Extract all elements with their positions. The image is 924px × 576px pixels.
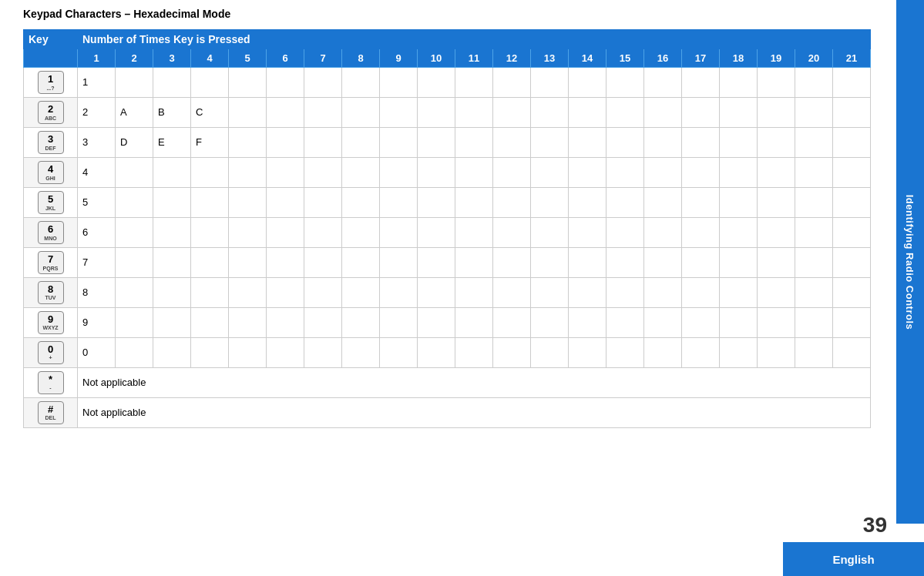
val-cell-4-14 xyxy=(606,187,644,217)
val-cell-8-8 xyxy=(380,307,418,337)
val-cell-9-0: 0 xyxy=(78,337,116,367)
num-header-17: 17 xyxy=(682,49,720,68)
val-cell-1-6 xyxy=(304,97,342,127)
val-cell-1-14 xyxy=(606,97,644,127)
val-cell-0-9 xyxy=(418,68,455,98)
val-cell-2-14 xyxy=(606,127,644,157)
val-cell-6-10 xyxy=(455,247,493,277)
val-cell-9-11 xyxy=(493,337,531,367)
val-cell-7-7 xyxy=(342,277,380,307)
val-cell-8-5 xyxy=(267,307,304,337)
key-cell-1: 2ABC xyxy=(24,97,78,127)
val-cell-6-4 xyxy=(229,247,267,277)
val-cell-7-0: 8 xyxy=(78,277,116,307)
num-header-2: 2 xyxy=(116,49,153,68)
val-cell-3-19 xyxy=(795,157,833,187)
key-cell-6: 7PQRS xyxy=(24,247,78,277)
val-cell-1-18 xyxy=(758,97,795,127)
val-cell-8-4 xyxy=(229,307,267,337)
val-cell-2-17 xyxy=(720,127,758,157)
val-cell-9-3 xyxy=(191,337,229,367)
val-cell-7-8 xyxy=(380,277,418,307)
val-cell-8-17 xyxy=(720,307,758,337)
num-header-16: 16 xyxy=(644,49,682,68)
val-cell-1-19 xyxy=(795,97,833,127)
val-cell-6-18 xyxy=(758,247,795,277)
val-cell-0-5 xyxy=(267,68,304,98)
num-header-21: 21 xyxy=(833,49,871,68)
val-cell-6-5 xyxy=(267,247,304,277)
key-cell-3: 4GHI xyxy=(24,157,78,187)
val-cell-3-2 xyxy=(153,157,191,187)
val-cell-0-17 xyxy=(720,68,758,98)
val-cell-9-15 xyxy=(644,337,682,367)
val-cell-4-3 xyxy=(191,187,229,217)
val-cell-9-17 xyxy=(720,337,758,367)
val-cell-9-8 xyxy=(380,337,418,367)
val-cell-7-6 xyxy=(304,277,342,307)
val-cell-0-6 xyxy=(304,68,342,98)
table-row: 0+0 xyxy=(24,337,871,367)
val-cell-4-11 xyxy=(493,187,531,217)
val-cell-5-1 xyxy=(116,217,153,247)
val-cell-11-0: Not applicable xyxy=(78,397,871,427)
val-cell-7-17 xyxy=(720,277,758,307)
val-cell-9-18 xyxy=(758,337,795,367)
val-cell-7-18 xyxy=(758,277,795,307)
key-cell-0: 1...? xyxy=(24,68,78,98)
bottom-bar-label: English xyxy=(832,553,874,566)
val-cell-2-3: F xyxy=(191,127,229,157)
key-cell-4: 5JKL xyxy=(24,187,78,217)
val-cell-7-10 xyxy=(455,277,493,307)
val-cell-3-7 xyxy=(342,157,380,187)
val-cell-4-15 xyxy=(644,187,682,217)
val-cell-4-12 xyxy=(531,187,569,217)
val-cell-9-2 xyxy=(153,337,191,367)
val-cell-3-13 xyxy=(569,157,606,187)
val-cell-2-7 xyxy=(342,127,380,157)
val-cell-2-18 xyxy=(758,127,795,157)
val-cell-1-4 xyxy=(229,97,267,127)
val-cell-5-17 xyxy=(720,217,758,247)
val-cell-4-9 xyxy=(418,187,455,217)
val-cell-2-1: D xyxy=(116,127,153,157)
val-cell-5-20 xyxy=(833,217,871,247)
val-cell-8-13 xyxy=(569,307,606,337)
val-cell-4-5 xyxy=(267,187,304,217)
val-cell-3-11 xyxy=(493,157,531,187)
val-cell-8-6 xyxy=(304,307,342,337)
val-cell-8-16 xyxy=(682,307,720,337)
keypad-table: Key Number of Times Key is Pressed 12345… xyxy=(23,29,871,428)
val-cell-2-6 xyxy=(304,127,342,157)
val-cell-0-7 xyxy=(342,68,380,98)
val-cell-0-18 xyxy=(758,68,795,98)
val-cell-7-1 xyxy=(116,277,153,307)
val-cell-1-2: B xyxy=(153,97,191,127)
val-cell-8-1 xyxy=(116,307,153,337)
val-cell-9-1 xyxy=(116,337,153,367)
val-cell-2-10 xyxy=(455,127,493,157)
val-cell-4-1 xyxy=(116,187,153,217)
val-cell-5-18 xyxy=(758,217,795,247)
val-cell-7-20 xyxy=(833,277,871,307)
val-cell-8-14 xyxy=(606,307,644,337)
val-cell-1-0: 2 xyxy=(78,97,116,127)
val-cell-3-18 xyxy=(758,157,795,187)
val-cell-3-14 xyxy=(606,157,644,187)
val-cell-7-13 xyxy=(569,277,606,307)
val-cell-4-20 xyxy=(833,187,871,217)
num-header-15: 15 xyxy=(606,49,644,68)
val-cell-4-17 xyxy=(720,187,758,217)
val-cell-0-8 xyxy=(380,68,418,98)
val-cell-9-10 xyxy=(455,337,493,367)
table-row: 1...?1 xyxy=(24,68,871,98)
val-cell-5-19 xyxy=(795,217,833,247)
val-cell-5-13 xyxy=(569,217,606,247)
val-cell-8-9 xyxy=(418,307,455,337)
val-cell-9-7 xyxy=(342,337,380,367)
val-cell-3-9 xyxy=(418,157,455,187)
num-header-10: 10 xyxy=(418,49,455,68)
key-cell-11: #DEL xyxy=(24,397,78,427)
val-cell-8-0: 9 xyxy=(78,307,116,337)
val-cell-8-18 xyxy=(758,307,795,337)
